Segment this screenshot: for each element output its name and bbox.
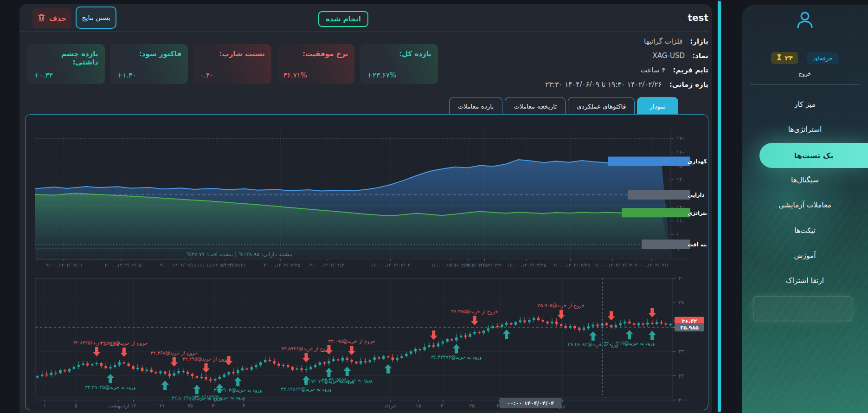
sell-marker-arrow[interactable] xyxy=(120,348,128,357)
candlestick-chart[interactable]: خروج از خرید@۳۲.۸۳۲خروج از خرید@۳۲.۸۱۹خر… xyxy=(26,274,707,411)
info-row-1: نماد:XAG-USD xyxy=(653,52,708,60)
tab-2[interactable]: تاریخچه معاملات xyxy=(505,97,566,115)
subscription-banner-placeholder[interactable] xyxy=(753,296,852,321)
info-label: تایم فریم: xyxy=(673,66,708,74)
candle-body xyxy=(64,370,66,372)
candle-body xyxy=(496,326,498,327)
chart-text: ورود به خرید@۳۳.۴۹۰۵۵ xyxy=(322,377,373,383)
buy-marker-arrow[interactable] xyxy=(161,381,169,390)
candle-body xyxy=(514,322,517,324)
candle-body xyxy=(601,323,603,326)
candle-body xyxy=(191,374,193,376)
candle-body xyxy=(227,372,230,374)
sell-marker-arrow[interactable] xyxy=(170,357,178,367)
candle-body xyxy=(296,368,298,370)
buy-marker-arrow[interactable] xyxy=(385,364,392,374)
page-scrollbar-thumb[interactable] xyxy=(718,1,721,412)
sidebar-divider xyxy=(750,84,860,84)
candle-body xyxy=(219,377,221,379)
close-results-button[interactable]: بستن نتایج xyxy=(76,6,116,29)
sidebar-item-3[interactable]: سیگنال‌ها xyxy=(742,171,868,189)
logout-button[interactable]: خروج xyxy=(742,71,868,77)
chart-text: ۱۴۰۴/۰۳/۲۵, ۱۶:۰۰ xyxy=(507,262,547,268)
status-badge-label: انجام شده xyxy=(326,15,361,23)
sell-marker-arrow[interactable] xyxy=(430,330,437,340)
sidebar-item-0[interactable]: میز کار xyxy=(742,95,868,114)
buy-marker-arrow[interactable] xyxy=(453,344,460,353)
candle-body xyxy=(68,369,71,371)
hours-badge[interactable]: ۲۴ xyxy=(771,52,798,64)
tab-3[interactable]: بازده معاملات xyxy=(449,97,503,115)
candle-body xyxy=(669,324,671,325)
sidebar-item-2[interactable]: بک تست‌ها xyxy=(759,143,868,168)
candle-body xyxy=(519,320,521,322)
candle-body xyxy=(373,357,375,360)
candle-body xyxy=(528,320,530,322)
stat-card-value: +۱.۳۰ xyxy=(117,71,136,79)
candle-body xyxy=(487,328,489,330)
stat-card-value: +۰.۳۳ xyxy=(33,71,53,79)
chart-text: ورود به خرید@۳۶.۴۴۴۷۴ xyxy=(431,354,482,360)
user-avatar-icon[interactable] xyxy=(794,9,816,31)
candle-body xyxy=(455,337,457,341)
sell-marker-arrow[interactable] xyxy=(608,311,615,320)
candle-body xyxy=(186,372,189,374)
tab-0[interactable]: نمودار xyxy=(637,97,678,115)
buy-marker-arrow[interactable] xyxy=(343,367,351,376)
candle-body xyxy=(396,358,399,360)
sell-marker-arrow[interactable] xyxy=(558,310,565,319)
candle-body xyxy=(282,365,284,366)
candle-body xyxy=(41,374,43,376)
candle-body xyxy=(551,322,553,323)
buy-marker-arrow[interactable] xyxy=(193,385,200,394)
candle-body xyxy=(287,365,289,367)
buy-marker-arrow[interactable] xyxy=(503,329,510,339)
buy-marker-arrow[interactable] xyxy=(107,374,114,383)
candle-body xyxy=(469,334,471,337)
buy-marker-arrow[interactable] xyxy=(626,330,633,339)
buy-marker-arrow[interactable] xyxy=(589,331,597,341)
sell-marker-arrow[interactable] xyxy=(348,346,355,355)
sidebar-item-7[interactable]: ارتقا اشتراک xyxy=(742,271,868,290)
hourglass-icon xyxy=(776,54,782,62)
chart-text: بیشینه دارایی: ۱۲۸.۹۵% | بیشینه افت: ۲۷.… xyxy=(186,251,292,258)
candle-body xyxy=(104,366,107,368)
chart-text: ۱۴۰۴/۰۳/۰۴, ۱۶:۰۰ xyxy=(371,262,410,268)
candle-body xyxy=(437,343,439,347)
buy-marker-arrow[interactable] xyxy=(234,377,242,386)
candle-body xyxy=(109,367,111,368)
sidebar-item-1[interactable]: استراتژی‌ها xyxy=(742,120,868,139)
sidebar-item-4[interactable]: معاملات آزمایشی xyxy=(742,196,868,214)
chart-text: خروج از خرید@۳۲.۲۹۵ xyxy=(182,356,230,362)
candle-body xyxy=(91,364,93,366)
candle-body xyxy=(73,367,75,369)
candle-body xyxy=(378,357,380,359)
candle-body xyxy=(264,360,266,362)
page-title: test xyxy=(616,12,708,23)
plan-badge[interactable]: حرفه‌ای xyxy=(807,52,839,64)
buy-marker-arrow[interactable] xyxy=(649,331,656,340)
sidebar-item-5[interactable]: تیکت‌ها xyxy=(742,221,868,240)
equity-area-chart[interactable]: ۱۷۰۱۶۰۱۵۰۱۴۰۱۳۰۱۲۰۱۱۰۱۰۰۹۰۱۴۰۴/۰۲/۰۱, ۰۴… xyxy=(26,116,707,273)
tab-1[interactable]: فاکتوهای عملکردی xyxy=(568,97,635,115)
candle-body xyxy=(660,322,662,323)
sell-marker-arrow[interactable] xyxy=(302,353,310,362)
candle-body xyxy=(419,349,421,350)
chart-text: ۲۱ xyxy=(160,403,165,409)
chart-text: ۳۵.۹۸۵ xyxy=(680,324,698,331)
chart-text: ۱۴۰۴/۰۲/۲۵, ۰۴:۰۰ xyxy=(261,262,300,268)
sell-marker-arrow[interactable] xyxy=(202,363,210,373)
info-value: ۴ ساعت xyxy=(641,66,666,74)
chart-text: ۴ xyxy=(242,403,245,409)
candle-body xyxy=(86,363,89,365)
candle-body xyxy=(277,363,280,366)
delete-button[interactable]: حذف xyxy=(32,8,71,28)
candle-body xyxy=(350,360,353,362)
candle-body xyxy=(319,362,321,365)
candle-body xyxy=(209,379,212,381)
candle-body xyxy=(250,367,252,369)
sell-marker-arrow[interactable] xyxy=(649,308,656,317)
sidebar-item-6[interactable]: آموزش xyxy=(742,246,868,265)
chart-text: ۱۲۸.۹۵ - بیشینه دارایی xyxy=(688,192,707,198)
candle-body xyxy=(473,332,476,334)
